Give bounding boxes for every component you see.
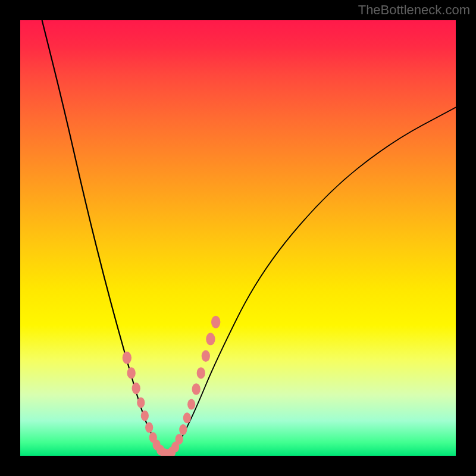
data-marker — [206, 333, 215, 345]
plot-area — [20, 20, 456, 456]
data-marker — [179, 424, 187, 435]
watermark-text: TheBottleneck.com — [358, 2, 470, 18]
chart-svg — [20, 20, 456, 456]
data-marker — [192, 383, 201, 395]
curve-right-ascent — [168, 107, 456, 456]
data-marker — [211, 316, 220, 328]
data-marker — [123, 352, 131, 364]
data-marker — [197, 367, 205, 379]
data-marker — [127, 367, 136, 379]
data-marker — [132, 383, 140, 394]
data-marker — [141, 411, 149, 421]
data-marker — [145, 422, 153, 433]
data-marker — [176, 434, 183, 444]
data-marker — [183, 412, 191, 423]
curve-left-descent — [42, 20, 168, 456]
data-marker — [187, 399, 195, 410]
data-marker — [137, 397, 145, 408]
data-marker — [202, 350, 210, 362]
